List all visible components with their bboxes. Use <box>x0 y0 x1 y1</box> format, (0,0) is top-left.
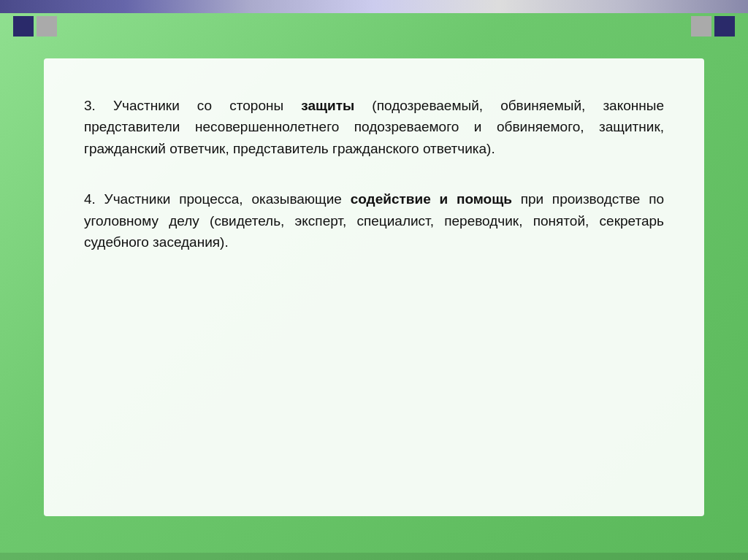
deco-square-gray <box>37 16 57 37</box>
content-card: 3. Участники со стороны защиты (подозрев… <box>44 58 704 516</box>
para3-text-before-bold: Участники со стороны <box>96 98 301 113</box>
paragraph-3: 3. Участники со стороны защиты (подозрев… <box>84 95 664 159</box>
bottom-bar <box>0 553 748 560</box>
para4-bold-phrase: содействие и помощь <box>351 191 512 207</box>
deco-square-blue-right <box>714 16 735 37</box>
para4-text-before-bold: Участники процесса, оказывающие <box>96 191 351 207</box>
paragraph-4: 4. Участники процесса, оказывающие содей… <box>84 188 664 253</box>
para4-number: 4. <box>84 191 96 207</box>
deco-square-blue <box>13 16 34 37</box>
para3-number: 3. <box>84 98 96 113</box>
top-right-decoration <box>691 16 735 37</box>
top-left-decoration <box>13 16 57 37</box>
top-bar <box>0 0 748 13</box>
para3-bold-word: защиты <box>301 98 354 113</box>
slide-container: 3. Участники со стороны защиты (подозрев… <box>0 0 748 560</box>
deco-square-gray-right1 <box>691 16 711 37</box>
